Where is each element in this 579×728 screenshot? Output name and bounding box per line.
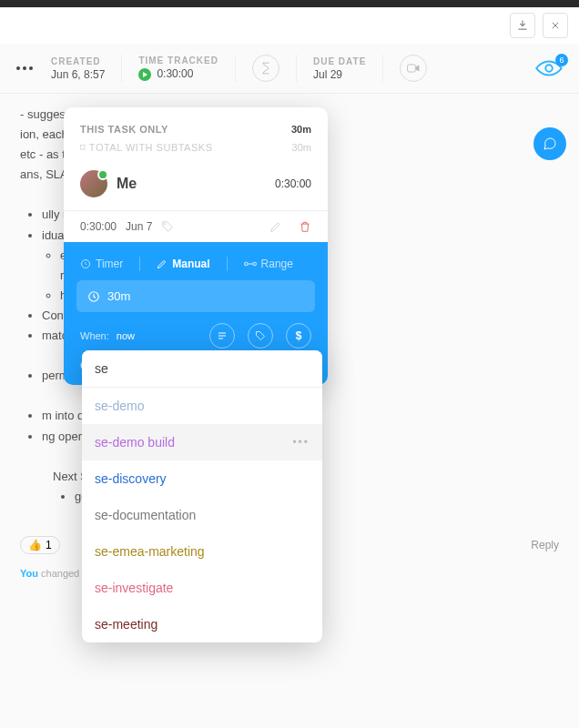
this-task-total: 30m xyxy=(291,124,311,135)
tag-dropdown: se-demose-demo build•••se-discoveryse-do… xyxy=(82,350,322,642)
when-value[interactable]: now xyxy=(117,330,135,341)
tag-add-icon[interactable] xyxy=(248,323,273,349)
reaction-button[interactable]: 👍1 xyxy=(20,536,60,554)
time-tracked-field[interactable]: TIME TRACKED 0:30:00 xyxy=(138,56,218,81)
watchers-button[interactable]: 6 xyxy=(535,59,563,77)
due-date-field[interactable]: DUE DATE Jul 29 xyxy=(313,56,366,81)
svg-point-1 xyxy=(545,65,553,72)
entry-date: Jun 7 xyxy=(126,220,152,233)
reply-link[interactable]: Reply xyxy=(531,539,559,551)
window-actions xyxy=(0,7,579,44)
created-field: CREATED Jun 6, 8:57 xyxy=(51,56,105,81)
estimate-icon[interactable] xyxy=(252,55,279,82)
note-icon[interactable] xyxy=(209,323,235,349)
due-date-value: Jul 29 xyxy=(313,68,366,81)
tab-timer[interactable]: Timer xyxy=(80,258,123,270)
tag-option-list: se-demose-demo build•••se-discoveryse-do… xyxy=(82,388,322,642)
tracked-user-total: 0:30:00 xyxy=(275,177,311,190)
tag-search-input[interactable] xyxy=(82,350,322,388)
duration-input[interactable]: 30m xyxy=(76,280,315,312)
tag-option[interactable]: se-discovery xyxy=(82,460,322,497)
subtasks-total-label: ⌑ TOTAL WITH SUBTASKS xyxy=(80,142,212,154)
trash-icon[interactable] xyxy=(299,220,311,233)
tag-icon[interactable] xyxy=(161,220,174,233)
svg-rect-0 xyxy=(408,65,416,72)
tab-range[interactable]: Range xyxy=(244,258,293,270)
avatar xyxy=(80,170,107,197)
billable-icon[interactable]: $ xyxy=(286,323,311,349)
svg-point-2 xyxy=(165,223,167,225)
tag-option[interactable]: se-meeting xyxy=(82,606,322,642)
this-task-label: THIS TASK ONLY xyxy=(80,124,168,135)
time-tracked-value: 0:30:00 xyxy=(138,67,218,81)
tracked-user-row[interactable]: Me 0:30:00 xyxy=(64,157,328,210)
time-tracked-label: TIME TRACKED xyxy=(138,56,218,66)
time-entry-row[interactable]: 0:30:00 Jun 7 xyxy=(64,210,328,242)
close-button[interactable] xyxy=(543,13,568,38)
svg-point-4 xyxy=(244,262,248,266)
svg-point-5 xyxy=(252,262,256,266)
created-value: Jun 6, 8:57 xyxy=(51,68,105,81)
more-menu[interactable] xyxy=(16,66,33,70)
subtasks-total: 30m xyxy=(292,142,311,154)
video-icon[interactable] xyxy=(400,55,427,82)
tag-option[interactable]: se-demo build••• xyxy=(82,424,322,460)
download-button[interactable] xyxy=(510,13,535,38)
when-label: When: xyxy=(80,330,109,341)
tab-manual[interactable]: Manual xyxy=(157,258,209,270)
edit-icon[interactable] xyxy=(269,220,282,233)
play-icon[interactable] xyxy=(138,68,151,81)
tag-option[interactable]: se-documentation xyxy=(82,497,322,533)
chat-fab[interactable] xyxy=(533,127,566,160)
tag-option[interactable]: se-emea-marketing xyxy=(82,533,322,570)
duration-value: 30m xyxy=(107,289,130,303)
tag-option[interactable]: se-investigate xyxy=(82,570,322,606)
task-meta-bar: CREATED Jun 6, 8:57 TIME TRACKED 0:30:00… xyxy=(0,44,579,94)
tracked-user-name: Me xyxy=(117,176,275,192)
due-date-label: DUE DATE xyxy=(313,56,366,66)
watchers-count: 6 xyxy=(555,54,568,66)
entry-duration: 0:30:00 xyxy=(80,220,117,233)
tag-option-more-icon[interactable]: ••• xyxy=(292,436,310,449)
created-label: CREATED xyxy=(51,56,105,66)
time-tracking-panel: THIS TASK ONLY 30m ⌑ TOTAL WITH SUBTASKS… xyxy=(64,107,328,385)
tag-option[interactable]: se-demo xyxy=(82,388,322,424)
